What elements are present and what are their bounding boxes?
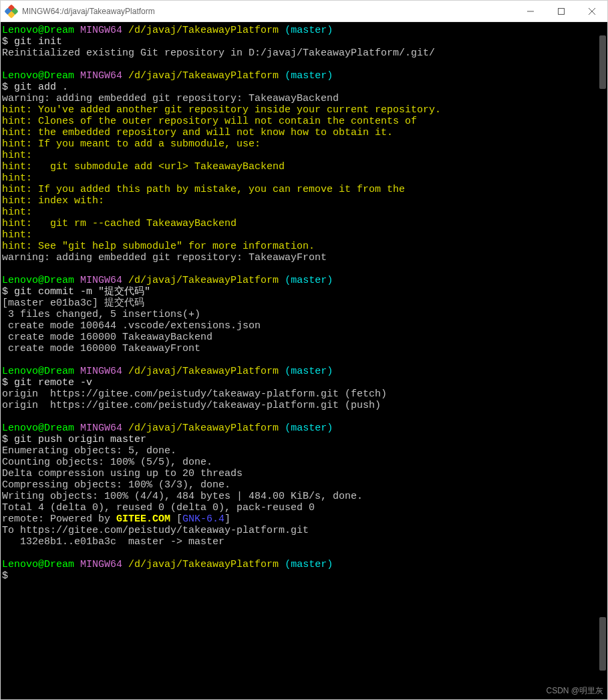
- output-line: origin https://gitee.com/peistudy/takeaw…: [2, 388, 606, 400]
- app-icon: [6, 6, 17, 17]
- output-line: Enumerating objects: 5, done.: [2, 445, 606, 457]
- output-line: Compressing objects: 100% (3/3), done.: [2, 479, 606, 491]
- terminal-area: Lenovo@Dream MINGW64 /d/javaj/TakeawayPl…: [1, 22, 607, 699]
- blank-line: [2, 354, 606, 366]
- minimize-button[interactable]: [515, 1, 546, 22]
- command-line: $ git push origin master: [2, 434, 606, 445]
- output-line: Counting objects: 100% (5/5), done.: [2, 457, 606, 468]
- prompt-line: Lenovo@Dream MINGW64 /d/javaj/TakeawayPl…: [2, 25, 606, 36]
- window-controls: [515, 1, 607, 22]
- blank-line: [2, 411, 606, 423]
- maximize-button[interactable]: [546, 1, 577, 22]
- output-line: create mode 160000 TakeawayFront: [2, 343, 606, 354]
- blank-line: [2, 548, 606, 559]
- output-line: create mode 160000 TakeawayBackend: [2, 332, 606, 343]
- output-line: hint:: [2, 172, 606, 184]
- minimize-icon: [527, 8, 534, 15]
- command-line: $ git add .: [2, 82, 606, 93]
- close-button[interactable]: [577, 1, 607, 22]
- output-line: hint: the embedded repository and will n…: [2, 127, 606, 138]
- output-line: hint: index with:: [2, 195, 606, 207]
- output-line: To https://gitee.com/peistudy/takeaway-p…: [2, 525, 606, 536]
- output-line: hint: See "git help submodule" for more …: [2, 241, 606, 252]
- blank-line: [2, 59, 606, 70]
- output-line: hint:: [2, 150, 606, 161]
- output-line: hint: git submodule add <url> TakeawayBa…: [2, 161, 606, 172]
- titlebar[interactable]: MINGW64:/d/javaj/TakeawayPlatform: [1, 1, 607, 22]
- output-line: Total 4 (delta 0), reused 0 (delta 0), p…: [2, 502, 606, 513]
- output-line: Reinitialized existing Git repository in…: [2, 47, 606, 59]
- close-icon: [589, 8, 595, 15]
- scrollbar-thumb[interactable]: [599, 35, 606, 89]
- blank-line: [2, 263, 606, 275]
- output-line: remote: Powered by GITEE.COM [GNK-6.4]: [2, 513, 606, 525]
- output-line: hint: git rm --cached TakeawayBackend: [2, 218, 606, 229]
- prompt-line: Lenovo@Dream MINGW64 /d/javaj/TakeawayPl…: [2, 366, 606, 377]
- prompt-line: Lenovo@Dream MINGW64 /d/javaj/TakeawayPl…: [2, 559, 606, 570]
- output-line: Writing objects: 100% (4/4), 484 bytes |…: [2, 491, 606, 502]
- output-line: 3 files changed, 5 insertions(+): [2, 309, 606, 320]
- window-title: MINGW64:/d/javaj/TakeawayPlatform: [22, 7, 515, 16]
- watermark: CSDN @明里灰: [546, 685, 603, 697]
- prompt-line: Lenovo@Dream MINGW64 /d/javaj/TakeawayPl…: [2, 275, 606, 286]
- output-line: hint:: [2, 207, 606, 218]
- terminal-window: MINGW64:/d/javaj/TakeawayPlatform Lenovo…: [0, 0, 608, 700]
- output-line: hint: Clones of the outer repository wil…: [2, 116, 606, 127]
- output-line: warning: adding embedded git repository:…: [2, 252, 606, 263]
- maximize-icon: [558, 8, 565, 15]
- output-line: origin https://gitee.com/peistudy/takeaw…: [2, 400, 606, 411]
- output-line: hint:: [2, 229, 606, 241]
- output-line: hint: You've added another git repositor…: [2, 104, 606, 116]
- output-line: hint: If you added this path by mistake,…: [2, 184, 606, 195]
- output-line: warning: adding embedded git repository:…: [2, 93, 606, 104]
- prompt-line: Lenovo@Dream MINGW64 /d/javaj/TakeawayPl…: [2, 70, 606, 82]
- output-line: create mode 100644 .vscode/extensions.js…: [2, 320, 606, 332]
- scrollbar-thumb[interactable]: [599, 617, 606, 671]
- output-line: hint: If you meant to add a submodule, u…: [2, 138, 606, 150]
- svg-rect-1: [559, 8, 565, 14]
- command-line: $ git init: [2, 36, 606, 47]
- output-line: [master e01ba3c] 提交代码: [2, 298, 606, 309]
- command-line: $ git remote -v: [2, 377, 606, 388]
- command-line: $ git commit -m "提交代码": [2, 286, 606, 298]
- output-line: 132e8b1..e01ba3c master -> master: [2, 536, 606, 548]
- output-line: Delta compression using up to 20 threads: [2, 468, 606, 479]
- command-line: $: [2, 570, 606, 582]
- prompt-line: Lenovo@Dream MINGW64 /d/javaj/TakeawayPl…: [2, 423, 606, 434]
- terminal-output[interactable]: Lenovo@Dream MINGW64 /d/javaj/TakeawayPl…: [1, 22, 607, 699]
